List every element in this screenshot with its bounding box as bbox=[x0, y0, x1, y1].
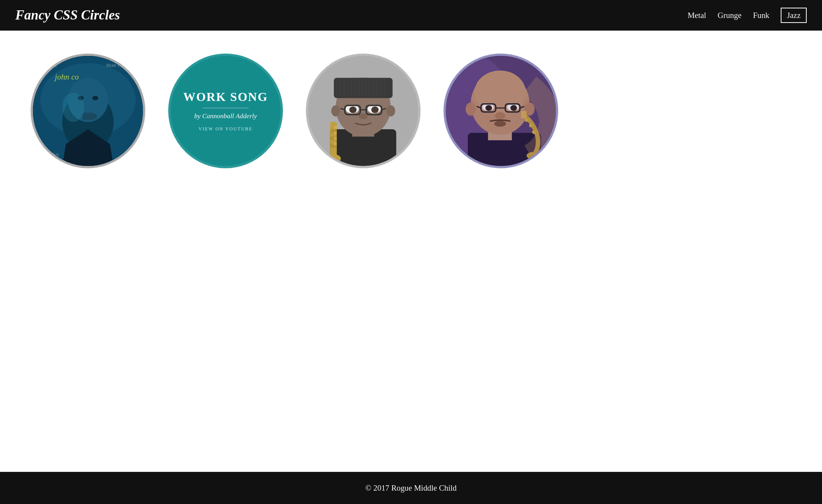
svg-point-8 bbox=[62, 93, 84, 122]
nav-metal[interactable]: Metal bbox=[688, 11, 707, 20]
circle-work-song[interactable]: BEAN LEY tage WORK SONG by Cannonball Ad… bbox=[168, 54, 283, 168]
footer-copyright: © 2017 Rogue Middle Child bbox=[366, 483, 457, 492]
circle-sax-player-1[interactable] bbox=[306, 54, 421, 168]
site-title: Fancy CSS Circles bbox=[15, 8, 120, 23]
site-header: Fancy CSS Circles Metal Grunge Funk Jazz bbox=[0, 0, 822, 31]
bald-musician-illustration bbox=[446, 56, 556, 166]
svg-text:john co: john co bbox=[54, 72, 79, 81]
circle-1-bg: TRAIN blue n john co john bbox=[33, 56, 143, 166]
circle-sax-player-2[interactable] bbox=[443, 54, 558, 168]
song-divider bbox=[203, 108, 249, 108]
coltrane-illustration: TRAIN blue n john co john bbox=[33, 56, 143, 166]
site-footer: © 2017 Rogue Middle Child bbox=[0, 472, 822, 504]
circle-4-photo bbox=[446, 56, 556, 166]
view-youtube-link[interactable]: VIEW ON YOUTUBE bbox=[198, 126, 252, 132]
svg-rect-7 bbox=[83, 113, 94, 120]
nav-grunge[interactable]: Grunge bbox=[718, 11, 741, 20]
svg-point-5 bbox=[93, 96, 98, 101]
nav-funk[interactable]: Funk bbox=[753, 11, 769, 20]
svg-rect-61 bbox=[308, 56, 418, 166]
svg-text:john: john bbox=[47, 151, 58, 158]
sax-player-illustration bbox=[308, 56, 418, 166]
main-nav: Metal Grunge Funk Jazz bbox=[688, 8, 807, 23]
circle-3-photo bbox=[308, 56, 418, 166]
circle-album-coltrane[interactable]: TRAIN blue n john co john bbox=[31, 54, 145, 168]
svg-text:TRAIN: TRAIN bbox=[38, 62, 57, 68]
song-artist: by Cannonball Adderly bbox=[194, 112, 257, 120]
svg-text:blue n: blue n bbox=[106, 62, 120, 68]
song-title: WORK SONG bbox=[183, 90, 268, 104]
main-content: TRAIN blue n john co john BEAN LEY tage bbox=[0, 31, 822, 472]
circle-2-hover-overlay: WORK SONG by Cannonball Adderly VIEW ON … bbox=[171, 56, 281, 166]
nav-jazz[interactable]: Jazz bbox=[781, 8, 807, 23]
